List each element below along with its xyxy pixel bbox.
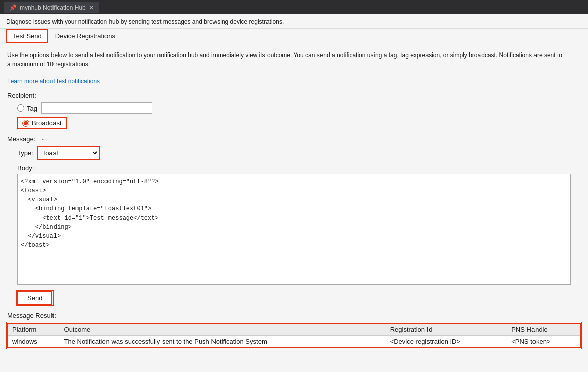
subtitle-bar: Diagnose issues with your notification h… [0, 14, 588, 29]
col-outcome: Outcome [60, 324, 386, 336]
message-dash: - [41, 135, 43, 143]
cell-outcome: The Notification was successfully sent t… [60, 336, 386, 348]
main-container: Diagnose issues with your notification h… [0, 14, 588, 372]
title-bar-tab[interactable]: 📌 mynhub Notification Hub ✕ [4, 2, 99, 13]
cell-pns-handle: <PNS token> [507, 336, 580, 348]
title-bar: 📌 mynhub Notification Hub ✕ [0, 0, 588, 14]
pin-icon: 📌 [9, 4, 17, 11]
type-row: Type: Toast Tile Badge Raw [7, 146, 581, 160]
message-section: Message: - Type: Toast Tile Badge Raw Bo… [7, 135, 581, 286]
body-label: Body: [7, 164, 581, 172]
broadcast-row: Broadcast [7, 117, 581, 129]
dotted-divider [7, 73, 108, 73]
message-label: Message: [7, 135, 35, 143]
table-row: windows The Notification was successfull… [8, 336, 580, 348]
type-select-wrapper: Toast Tile Badge Raw [37, 146, 100, 160]
table-header-row: Platform Outcome Registration Id PNS Han… [8, 324, 580, 336]
tag-radio-label[interactable]: Tag [17, 104, 37, 112]
tabs-row: Test Send Device Registrations [0, 29, 588, 43]
result-table: Platform Outcome Registration Id PNS Han… [8, 324, 580, 347]
tab-title: mynhub Notification Hub [20, 4, 86, 11]
tag-input[interactable] [41, 102, 152, 114]
recipient-label: Recipient: [7, 92, 581, 99]
col-pns-handle: PNS Handle [507, 324, 580, 336]
tab-device-registrations[interactable]: Device Registrations [48, 29, 122, 43]
broadcast-radio[interactable] [22, 120, 29, 127]
info-description: Use the options below to send a test not… [7, 51, 562, 68]
broadcast-radio-wrapper: Broadcast [17, 117, 67, 129]
tag-option-label: Tag [27, 104, 37, 112]
info-text: Use the options below to send a test not… [7, 50, 562, 69]
broadcast-option-label: Broadcast [32, 119, 62, 127]
result-section: Message Result: Platform Outcome Registr… [7, 312, 581, 348]
send-btn-row: Send [7, 291, 581, 305]
col-platform: Platform [8, 324, 60, 336]
recipient-section: Recipient: Tag Broadcast [7, 92, 581, 129]
type-select[interactable]: Toast Tile Badge Raw [38, 147, 99, 159]
cell-registration-id: <Device registration ID> [386, 336, 507, 348]
close-icon[interactable]: ✕ [89, 4, 94, 11]
col-registration-id: Registration Id [386, 324, 507, 336]
content-area: Use the options below to send a test not… [0, 43, 588, 355]
result-table-wrapper: Platform Outcome Registration Id PNS Han… [7, 323, 581, 348]
body-textarea[interactable]: <?xml version="1.0" encoding="utf-8"?> <… [17, 174, 571, 285]
subtitle-text: Diagnose issues with your notification h… [6, 18, 284, 25]
message-header-row: Message: - [7, 135, 581, 143]
result-label: Message Result: [7, 312, 581, 320]
type-label: Type: [17, 149, 33, 157]
tab-test-send[interactable]: Test Send [6, 29, 48, 43]
tag-row: Tag [7, 102, 581, 114]
send-button[interactable]: Send [17, 291, 52, 305]
tag-radio[interactable] [17, 104, 24, 112]
broadcast-radio-label[interactable]: Broadcast [22, 119, 62, 127]
cell-platform: windows [8, 336, 60, 348]
learn-more-link[interactable]: Learn more about test notifications [7, 78, 100, 85]
